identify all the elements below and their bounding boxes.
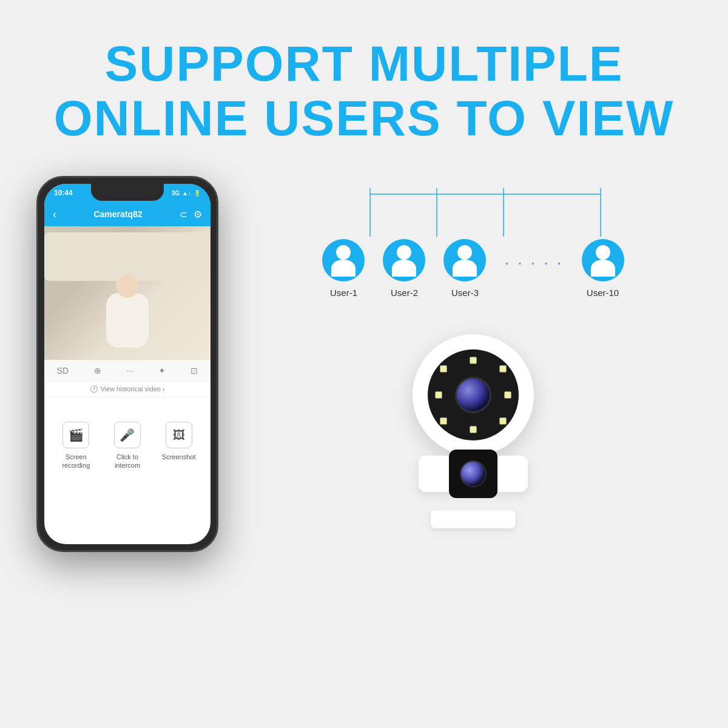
headline-line1: SUPPORT MULTIPLE (104, 36, 623, 91)
expand-icon[interactable]: ⊡ (190, 366, 198, 376)
phone-actions-area: 🎬 Screen recording 🎤 Click to intercom 🖼 (44, 397, 211, 507)
camera-top-ball (413, 334, 534, 456)
screen-recording-label: Screen recording (52, 453, 100, 469)
users-section: User-1 User-2 User-3 · · · · · User-10 (255, 182, 692, 298)
phone-app-bar: ‹ Cameratq82 ⊂ ⚙ (44, 202, 211, 226)
add-icon[interactable]: ⊕ (94, 366, 101, 376)
phone-video-feed (44, 226, 211, 360)
user-label-1: User-1 (330, 288, 357, 298)
phone-controls-bar: SD ⊕ ··· ✦ ⊡ (44, 360, 211, 382)
microphone-icon: 🎤 (120, 428, 135, 442)
clock-icon: 🕐 (90, 385, 98, 393)
led-bottom-left (440, 417, 447, 425)
sd-icon[interactable]: SD (57, 366, 69, 376)
user-avatar-1 (322, 239, 365, 281)
users-row: User-1 User-2 User-3 · · · · · User-10 (255, 239, 692, 298)
more-icon[interactable]: ··· (126, 366, 133, 376)
dots-separator: · · · · · (504, 253, 563, 285)
led-right (504, 391, 511, 399)
headline: SUPPORT MULTIPLE ONLINE USERS TO VIEW (0, 36, 728, 146)
screenshot-icon: 🖼 (173, 428, 185, 442)
user-label-10: User-10 (587, 288, 619, 298)
settings-icon[interactable]: ⚙ (194, 209, 202, 220)
camera-main-lens (455, 377, 491, 413)
intercom-item[interactable]: 🎤 Click to intercom (103, 422, 152, 494)
chevron-right-icon: › (163, 385, 165, 393)
screenshot-item[interactable]: 🖼 Screenshot (155, 422, 203, 494)
led-bottom-right (499, 417, 507, 425)
intercom-icon-box: 🎤 (114, 422, 141, 448)
main-content: 10:44 3G ▲↓ 🔋 ‹ Cameratq82 ⊂ ⚙ (0, 164, 728, 552)
camera-base-body (419, 456, 528, 492)
history-text[interactable]: View historical video (100, 385, 160, 393)
screen-recording-item[interactable]: 🎬 Screen recording (52, 422, 100, 494)
user-label-3: User-3 (451, 288, 479, 298)
phone-notch (91, 184, 164, 201)
user-avatar-3 (443, 239, 486, 281)
right-panel: User-1 User-2 User-3 · · · · · User-10 (255, 176, 692, 528)
user-item-1: User-1 (322, 239, 365, 298)
user-item-dots: · · · · · (504, 253, 563, 285)
baby-figure (97, 269, 158, 348)
status-time: 10:44 (54, 189, 73, 197)
camera-bottom-lens (460, 460, 487, 487)
app-title: Cameratq82 (93, 209, 142, 219)
camera-foot (431, 510, 516, 528)
direction-icon[interactable]: ✦ (158, 366, 166, 376)
camera-sensor-housing (428, 349, 519, 440)
app-action-icons: ⊂ ⚙ (180, 209, 202, 220)
baby-head (116, 275, 139, 298)
back-arrow-icon[interactable]: ‹ (53, 208, 56, 221)
baby-body (106, 293, 149, 348)
status-icons: 3G ▲↓ 🔋 (172, 190, 201, 197)
security-camera (394, 334, 552, 528)
screenshot-icon-box: 🖼 (166, 422, 192, 448)
led-top (470, 357, 477, 364)
phone-outer-shell: 10:44 3G ▲↓ 🔋 ‹ Cameratq82 ⊂ ⚙ (36, 176, 218, 552)
share-icon[interactable]: ⊂ (180, 209, 187, 220)
led-bottom (470, 426, 477, 433)
phone-mockup: 10:44 3G ▲↓ 🔋 ‹ Cameratq82 ⊂ ⚙ (36, 176, 218, 552)
led-top-right (499, 365, 507, 372)
connector-lines-svg (255, 182, 692, 243)
user-avatar-10 (582, 239, 624, 281)
user-item-2: User-2 (383, 239, 425, 298)
camera-section (394, 334, 552, 528)
screen-recording-icon-box: 🎬 (62, 422, 89, 448)
user-label-2: User-2 (391, 288, 418, 298)
user-avatar-2 (383, 239, 425, 281)
led-top-left (440, 365, 447, 372)
intercom-label: Click to intercom (103, 453, 152, 469)
phone-screen: 10:44 3G ▲↓ 🔋 ‹ Cameratq82 ⊂ ⚙ (44, 184, 211, 544)
screen-recording-icon: 🎬 (69, 428, 84, 442)
screenshot-label: Screenshot (162, 453, 196, 461)
led-left (435, 391, 442, 399)
user-item-3: User-3 (443, 239, 486, 298)
headline-line2: ONLINE USERS TO VIEW (54, 90, 675, 146)
user-item-10: User-10 (582, 239, 624, 298)
camera-bottom-lens-housing (449, 450, 497, 498)
header-section: SUPPORT MULTIPLE ONLINE USERS TO VIEW (0, 0, 728, 164)
phone-history-bar: 🕐 View historical video › (44, 382, 211, 397)
